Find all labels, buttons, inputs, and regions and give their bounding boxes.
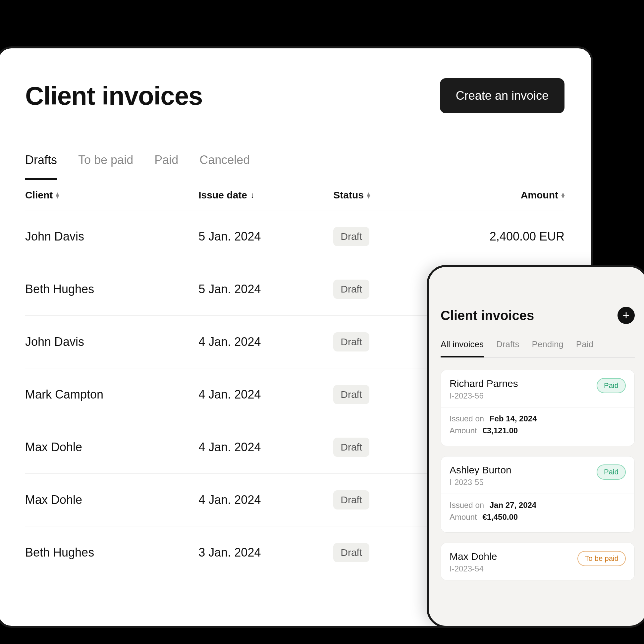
status-badge: To be paid [577, 551, 626, 566]
cell-issue: 4 Jan. 2024 [198, 493, 333, 507]
cell-client: Max Dohle [25, 440, 198, 454]
tab-drafts[interactable]: Drafts [25, 153, 57, 180]
cell-issue: 4 Jan. 2024 [198, 440, 333, 454]
cell-amount: 2,400.00 EUR [430, 230, 564, 243]
cell-client: John Davis [25, 335, 198, 349]
status-badge: Draft [333, 490, 369, 510]
invoice-card[interactable]: Max Dohle I-2023-54 To be paid [441, 543, 635, 580]
mobile-header: Client invoices + [441, 307, 635, 324]
amount-label: Amount [450, 512, 477, 521]
sort-icon: ▴▾ [367, 192, 370, 198]
tab-paid[interactable]: Paid [154, 153, 178, 180]
cell-client: Beth Hughes [25, 282, 198, 296]
desktop-header: Client invoices Create an invoice [25, 78, 564, 113]
add-invoice-button[interactable]: + [617, 307, 635, 324]
invoice-client: Max Dohle [450, 551, 497, 562]
col-amount-label: Amount [521, 189, 558, 201]
invoice-id: I-2023-56 [450, 391, 518, 401]
cell-issue: 4 Jan. 2024 [198, 388, 333, 402]
mobile-title: Client invoices [441, 308, 534, 323]
status-badge: Draft [333, 280, 369, 299]
cell-client: Mark Campton [25, 388, 198, 402]
table-row[interactable]: John Davis 5 Jan. 2024 Draft 2,400.00 EU… [25, 210, 564, 263]
m-tab-paid[interactable]: Paid [576, 339, 593, 357]
issued-value: Jan 27, 2024 [490, 501, 536, 510]
cell-issue: 5 Jan. 2024 [198, 282, 333, 296]
status-badge: Draft [333, 543, 369, 562]
desktop-tabs: Drafts To be paid Paid Canceled [25, 153, 564, 180]
sort-icon: ▴▾ [56, 192, 59, 198]
col-amount[interactable]: Amount ▴▾ [430, 189, 564, 201]
table-header: Client ▴▾ Issue date ↓ Status ▴▾ Amount … [25, 180, 564, 210]
tab-to-be-paid[interactable]: To be paid [78, 153, 133, 180]
cell-client: John Davis [25, 230, 198, 243]
sort-icon: ▴▾ [562, 192, 564, 198]
invoice-client: Ashley Burton [450, 464, 511, 476]
mobile-window: Client invoices + All invoices Drafts Pe… [427, 265, 644, 628]
col-issue-date[interactable]: Issue date ↓ [198, 189, 333, 201]
mobile-tabs: All invoices Drafts Pending Paid [441, 339, 635, 358]
invoice-client: Richard Parnes [450, 378, 518, 389]
page-title: Client invoices [25, 81, 203, 111]
status-badge: Paid [597, 378, 626, 393]
issued-label: Issued on [450, 501, 484, 510]
m-tab-all[interactable]: All invoices [441, 339, 484, 357]
m-tab-pending[interactable]: Pending [532, 339, 563, 357]
sort-down-icon: ↓ [250, 190, 254, 200]
status-badge: Draft [333, 438, 369, 457]
col-client[interactable]: Client ▴▾ [25, 189, 198, 201]
status-badge: Draft [333, 227, 369, 246]
amount-value: €1,450.00 [482, 512, 518, 521]
invoice-id: I-2023-55 [450, 478, 511, 487]
invoice-card[interactable]: Ashley Burton I-2023-55 Paid Issued on J… [441, 456, 635, 533]
status-badge: Draft [333, 385, 369, 404]
issued-value: Feb 14, 2024 [490, 414, 537, 423]
col-status[interactable]: Status ▴▾ [333, 189, 430, 201]
status-badge: Draft [333, 332, 369, 351]
col-issue-label: Issue date [198, 189, 247, 201]
invoice-card[interactable]: Richard Parnes I-2023-56 Paid Issued on … [441, 370, 635, 446]
tab-canceled[interactable]: Canceled [199, 153, 250, 180]
create-invoice-button[interactable]: Create an invoice [440, 78, 564, 113]
invoice-id: I-2023-54 [450, 564, 497, 573]
col-client-label: Client [25, 189, 53, 201]
cell-issue: 4 Jan. 2024 [198, 335, 333, 349]
cell-issue: 3 Jan. 2024 [198, 546, 333, 560]
cell-client: Max Dohle [25, 493, 198, 507]
amount-value: €3,121.00 [482, 426, 518, 435]
issued-label: Issued on [450, 414, 484, 423]
m-tab-drafts[interactable]: Drafts [496, 339, 519, 357]
plus-icon: + [622, 308, 629, 323]
col-status-label: Status [333, 189, 364, 201]
cell-issue: 5 Jan. 2024 [198, 230, 333, 243]
amount-label: Amount [450, 426, 477, 435]
status-badge: Paid [597, 464, 626, 480]
cell-client: Beth Hughes [25, 546, 198, 560]
